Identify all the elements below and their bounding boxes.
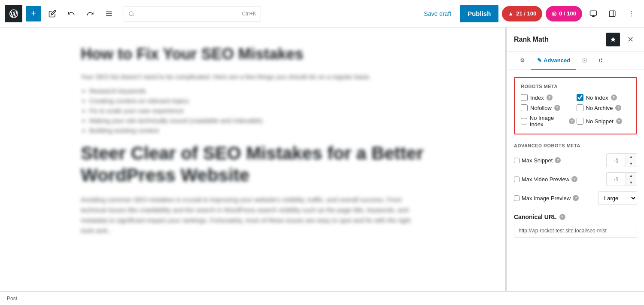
index-checkbox[interactable] <box>521 94 528 101</box>
seo-score-button[interactable]: ▲ 21 / 100 <box>502 6 542 21</box>
post-title: How to Fix Your SEO Mistakes <box>81 45 424 63</box>
wp-logo-icon <box>9 9 18 18</box>
max-video-preview-checkbox[interactable] <box>514 177 519 182</box>
canonical-url-label: Canonical URL ? <box>514 214 637 220</box>
no-snippet-checkbox[interactable] <box>577 118 583 125</box>
no-image-index-help-icon[interactable]: ? <box>569 118 575 124</box>
index-checkbox-item[interactable]: Index ? <box>521 94 575 101</box>
more-options-button[interactable] <box>623 6 639 21</box>
max-video-preview-help-icon[interactable]: ? <box>571 176 577 182</box>
no-archive-checkbox-item[interactable]: No Archive ? <box>577 104 631 111</box>
main-area: How to Fix Your SEO Mistakes Your SEO li… <box>0 27 644 291</box>
max-video-preview-text: Max Video Preview <box>522 176 569 183</box>
max-snippet-text: Max Snippet <box>522 157 553 164</box>
nofollow-checkbox-item[interactable]: Nofollow ? <box>521 104 575 111</box>
max-video-preview-input-wrap: -1 ▲ ▼ <box>606 172 637 186</box>
max-snippet-row: Max Snippet ? -1 ▲ ▼ <box>514 153 637 167</box>
max-snippet-input[interactable]: -1 <box>607 157 626 164</box>
publish-button[interactable]: Publish <box>460 5 498 22</box>
svg-rect-0 <box>106 11 112 12</box>
tab-advanced[interactable]: ✎ Advanced <box>531 52 576 70</box>
nofollow-checkbox[interactable] <box>521 104 528 111</box>
bullet-list: Research keywords Creating content on re… <box>89 87 424 134</box>
wp-logo <box>5 5 22 22</box>
redo-button[interactable] <box>82 6 98 21</box>
settings-panel-button[interactable] <box>605 6 620 21</box>
max-image-preview-text: Max Image Preview <box>522 195 571 201</box>
no-snippet-help-icon[interactable]: ? <box>616 118 622 124</box>
list-view-button[interactable] <box>101 6 117 21</box>
no-image-index-checkbox[interactable] <box>521 118 527 125</box>
no-snippet-checkbox-item[interactable]: No Snippet ? <box>577 115 631 128</box>
tools-button[interactable] <box>45 6 60 21</box>
max-snippet-checkbox[interactable] <box>514 158 519 163</box>
readability-icon: ◎ <box>552 10 556 17</box>
post-type-label: Post <box>7 296 17 302</box>
schema-tab-icon: ⊡ <box>582 57 587 64</box>
sidebar-content: ROBOTS META Index ? No Index ? Nof <box>507 70 644 291</box>
nofollow-help-icon[interactable]: ? <box>554 105 560 111</box>
search-shortcut: Ctrl+K <box>242 11 256 17</box>
max-image-preview-help-icon[interactable]: ? <box>573 195 579 201</box>
undo-button[interactable] <box>64 6 79 21</box>
list-item: Fix to scale your user experience <box>89 107 424 114</box>
canonical-url-help-icon[interactable]: ? <box>559 214 565 220</box>
favorite-button[interactable] <box>606 33 620 46</box>
seo-score-label: 21 / 100 <box>516 10 536 17</box>
max-video-preview-input[interactable]: -1 <box>607 176 626 183</box>
monitor-icon <box>589 10 597 18</box>
add-block-button[interactable]: + <box>26 6 41 21</box>
max-video-preview-spinners: ▲ ▼ <box>626 172 636 186</box>
readability-score-button[interactable]: ◎ 0 / 100 <box>546 6 582 21</box>
save-draft-button[interactable]: Save draft <box>419 8 456 20</box>
index-help-icon[interactable]: ? <box>547 95 553 101</box>
svg-point-11 <box>631 13 632 14</box>
tab-settings[interactable]: ⚙ <box>514 52 531 70</box>
advanced-robots-meta-label: ADVANCED ROBOTS META <box>514 143 637 148</box>
settings-tab-icon: ⚙ <box>520 57 525 64</box>
max-snippet-spinners: ▲ ▼ <box>626 153 636 167</box>
max-image-preview-select[interactable]: None Standard Large <box>598 191 637 205</box>
index-label: Index <box>530 95 544 101</box>
advanced-tab-label: Advanced <box>544 57 570 64</box>
no-index-checkbox-item[interactable]: No Index ? <box>577 94 631 101</box>
toolbar: + Ctrl+K Save draft Publish ▲ 21 / 100 ◎… <box>0 0 644 27</box>
search-input[interactable] <box>137 10 242 17</box>
list-view-icon <box>105 10 113 18</box>
max-video-preview-up[interactable]: ▲ <box>626 172 636 179</box>
svg-rect-1 <box>106 13 112 14</box>
advanced-robots-meta-section: ADVANCED ROBOTS META Max Snippet ? -1 ▲ … <box>514 143 637 205</box>
search-icon <box>128 11 134 17</box>
no-image-index-checkbox-item[interactable]: No Image Index ? <box>521 115 575 128</box>
max-image-preview-label[interactable]: Max Image Preview ? <box>514 195 595 201</box>
editor-area[interactable]: How to Fix Your SEO Mistakes Your SEO li… <box>0 27 505 291</box>
section-heading: Steer Clear of SEO Mistakes for a Better… <box>81 143 424 186</box>
preview-button[interactable] <box>586 6 601 21</box>
no-index-checkbox[interactable] <box>577 94 583 101</box>
advanced-tab-icon: ✎ <box>537 57 542 64</box>
command-search[interactable]: Ctrl+K <box>124 6 261 21</box>
max-image-preview-row: Max Image Preview ? None Standard Large <box>514 191 637 205</box>
no-index-label: No Index <box>586 95 608 101</box>
max-snippet-help-icon[interactable]: ? <box>555 157 561 163</box>
no-index-help-icon[interactable]: ? <box>611 95 617 101</box>
no-archive-help-icon[interactable]: ? <box>615 105 621 111</box>
max-video-preview-down[interactable]: ▼ <box>626 179 636 186</box>
no-snippet-label: No Snippet <box>586 118 614 125</box>
max-image-preview-checkbox[interactable] <box>514 195 519 201</box>
max-snippet-input-wrap: -1 ▲ ▼ <box>606 153 637 167</box>
undo-icon <box>67 10 75 18</box>
list-item: Building existing content <box>89 127 424 134</box>
max-snippet-up[interactable]: ▲ <box>626 153 636 160</box>
svg-rect-2 <box>106 15 112 16</box>
max-video-preview-label[interactable]: Max Video Preview ? <box>514 176 603 183</box>
tab-social[interactable]: ⑆ <box>593 52 608 70</box>
readability-label: 0 / 100 <box>559 10 576 17</box>
no-archive-checkbox[interactable] <box>577 104 583 111</box>
tab-schema[interactable]: ⊡ <box>576 52 593 70</box>
robots-meta-section: ROBOTS META Index ? No Index ? Nof <box>514 77 637 134</box>
max-snippet-down[interactable]: ▼ <box>626 160 636 167</box>
max-snippet-label[interactable]: Max Snippet ? <box>514 157 603 164</box>
canonical-url-input[interactable]: http://wp-rocket-test-site.local/seo-mis… <box>514 224 637 238</box>
close-sidebar-button[interactable]: ✕ <box>623 33 637 46</box>
